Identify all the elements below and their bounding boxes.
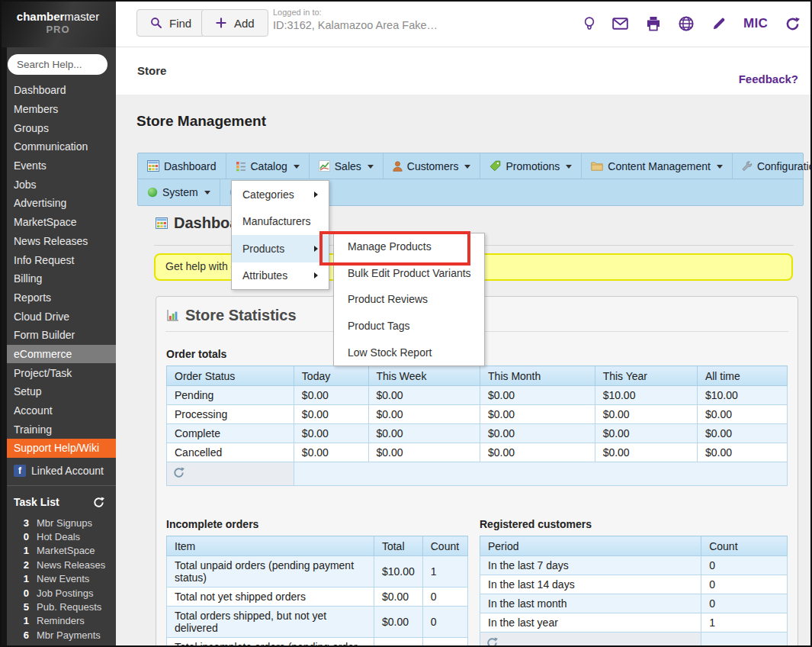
help-search-input[interactable] xyxy=(8,54,108,75)
order-totals-section: Order StatusTodayThis WeekThis MonthThis… xyxy=(166,365,788,486)
sidebar-item-jobs[interactable]: Jobs xyxy=(0,175,116,194)
menu-item-content-management[interactable]: Content Management xyxy=(582,153,733,179)
sidebar-item-label: Members xyxy=(14,103,58,115)
sidebar-item-label: Support Help/Wiki xyxy=(14,442,99,454)
sidebar-item-label: Cloud Drive xyxy=(14,311,69,323)
submenu-item-low-stock-report[interactable]: Low Stock Report xyxy=(334,339,484,365)
sidebar-item-cloud-drive[interactable]: Cloud Drive xyxy=(0,307,116,326)
task-item-reminders[interactable]: 1Reminders xyxy=(0,614,116,628)
sidebar-item-label: Events xyxy=(14,159,47,172)
task-label: MarketSpace xyxy=(37,545,95,556)
task-count: 0 xyxy=(14,587,29,599)
menu-item-system[interactable]: System xyxy=(138,179,220,205)
table-footer-spacer xyxy=(294,462,787,486)
sidebar-item-communication[interactable]: Communication xyxy=(0,137,116,156)
menu-item-configuration[interactable]: Configuration xyxy=(733,153,812,179)
menu-item-sales[interactable]: Sales xyxy=(310,153,384,179)
sidebar-item-setup[interactable]: Setup xyxy=(0,382,116,401)
mic-label[interactable]: MIC xyxy=(743,16,768,31)
refresh-icon[interactable] xyxy=(785,17,800,31)
sidebar-item-marketspace[interactable]: MarketSpace xyxy=(0,213,116,232)
breadcrumb-bar: Store Feedback? xyxy=(116,47,812,95)
submenu-item-product-tags[interactable]: Product Tags xyxy=(334,313,484,340)
find-button[interactable]: Find xyxy=(136,9,205,37)
sidebar-item-groups[interactable]: Groups xyxy=(0,118,116,137)
dropdown-item-label: Manufacturers xyxy=(242,215,310,227)
sidebar-item-news-releases[interactable]: News Releases xyxy=(0,232,116,251)
task-item-pub-requests[interactable]: 5Pub. Requests xyxy=(0,600,116,613)
sidebar-item-label: Info Request xyxy=(14,254,74,266)
sidebar-item-account[interactable]: Account xyxy=(0,401,116,420)
task-item-job-postings[interactable]: 0Job Postings xyxy=(0,586,116,600)
table-cell: $10.00 xyxy=(595,386,697,405)
dropdown-item-categories[interactable]: Categories xyxy=(232,181,329,208)
chevron-down-icon xyxy=(464,165,470,172)
table-footer-row xyxy=(480,633,788,647)
add-button[interactable]: Add xyxy=(201,9,268,37)
order-totals-table: Order StatusTodayThis WeekThis MonthThis… xyxy=(166,365,788,486)
sidebar-item-label: Billing xyxy=(14,272,42,285)
sidebar-item-dashboard[interactable]: Dashboard xyxy=(0,81,116,100)
task-item-marketspace[interactable]: 1MarketSpace xyxy=(0,544,116,558)
sidebar-nav: DashboardMembersGroupsCommunicationEvent… xyxy=(0,81,116,480)
refresh-button[interactable] xyxy=(480,633,701,647)
sidebar-item-training[interactable]: Training xyxy=(0,420,116,439)
table-row: Total not yet shipped orders$0.000 xyxy=(167,587,468,607)
menu-item-catalog[interactable]: Catalog xyxy=(226,153,310,179)
topbar: Find Add Logged in to: ID:3162, Kalamazo… xyxy=(116,0,812,47)
plus-icon xyxy=(215,17,227,29)
printer-icon[interactable] xyxy=(646,16,661,31)
menu-item-customers[interactable]: Customers xyxy=(384,153,481,179)
task-item-mbr-signups[interactable]: 3Mbr Signups xyxy=(0,516,116,530)
pencil-icon[interactable] xyxy=(711,17,726,31)
table-cell: In the last year xyxy=(480,613,701,633)
topbar-icon-strip: MIC xyxy=(584,0,800,47)
sidebar-item-events[interactable]: Events xyxy=(0,156,116,175)
table-cell: 1 xyxy=(422,638,467,647)
table-cell: $0.00 xyxy=(697,405,787,424)
table-cell: Complete xyxy=(167,424,294,443)
submenu-item-bulk-edit-product-variants[interactable]: Bulk Edit Product Variants xyxy=(334,260,484,287)
sidebar-item-advertising[interactable]: Advertising xyxy=(0,194,116,213)
sidebar-item-linked-account[interactable]: fLinked Account xyxy=(0,462,116,481)
menu-item-promotions[interactable]: Promotions xyxy=(480,153,582,179)
catalog-dropdown-menu: CategoriesManufacturersProductsAttribute… xyxy=(231,180,329,290)
task-item-mbr-payments[interactable]: 6Mbr Payments xyxy=(0,628,116,642)
incomplete-orders-table: ItemTotalCountTotal unpaid orders (pendi… xyxy=(166,536,468,647)
menu-item-label: Dashboard xyxy=(164,160,217,172)
task-item-news-releases[interactable]: 2News Releases xyxy=(0,558,116,571)
column-header: This Year xyxy=(595,366,697,386)
submenu-item-product-reviews[interactable]: Product Reviews xyxy=(334,286,484,313)
refresh-button[interactable] xyxy=(167,462,294,486)
task-label: Job Postings xyxy=(37,587,93,599)
table-cell: $0.00 xyxy=(368,443,480,462)
globe-icon[interactable] xyxy=(679,16,694,31)
sidebar-item-billing[interactable]: Billing xyxy=(0,269,116,288)
table-cell: $0.00 xyxy=(294,386,368,405)
lightbulb-icon[interactable] xyxy=(584,17,595,31)
incomplete-orders-label: Incomplete orders xyxy=(166,518,468,530)
column-header: All time xyxy=(697,366,787,386)
menu-item-dashboard[interactable]: Dashboard xyxy=(138,153,226,179)
task-item-hot-deals[interactable]: 0Hot Deals xyxy=(0,530,116,543)
sidebar-item-members[interactable]: Members xyxy=(0,100,116,119)
dropdown-item-manufacturers[interactable]: Manufacturers xyxy=(232,208,329,236)
submenu-item-manage-products[interactable]: Manage Products xyxy=(334,233,484,260)
table-cell: 0 xyxy=(422,587,467,607)
task-item-new-events[interactable]: 1New Events xyxy=(0,572,116,586)
sidebar-item-ecommerce[interactable]: eCommerce xyxy=(7,345,116,364)
sidebar-item-label: Linked Account xyxy=(31,465,104,477)
sidebar-item-form-builder[interactable]: Form Builder xyxy=(0,326,116,345)
sidebar-item-project-task[interactable]: Project/Task xyxy=(0,363,116,382)
feedback-link[interactable]: Feedback? xyxy=(739,72,798,85)
sidebar-item-info-request[interactable]: Info Request xyxy=(0,250,116,269)
dropdown-item-attributes[interactable]: Attributes xyxy=(232,262,329,290)
table-row: Total incomplete orders (pending order s… xyxy=(167,638,468,647)
sidebar-item-reports[interactable]: Reports xyxy=(0,288,116,307)
envelope-icon[interactable] xyxy=(612,18,628,30)
task-label: New Events xyxy=(37,573,89,584)
table-cell: $0.00 xyxy=(374,607,422,638)
sidebar-item-support-help-wiki[interactable]: Support Help/Wiki xyxy=(7,439,116,458)
refresh-icon[interactable] xyxy=(93,497,104,508)
dropdown-item-products[interactable]: Products xyxy=(232,235,329,262)
